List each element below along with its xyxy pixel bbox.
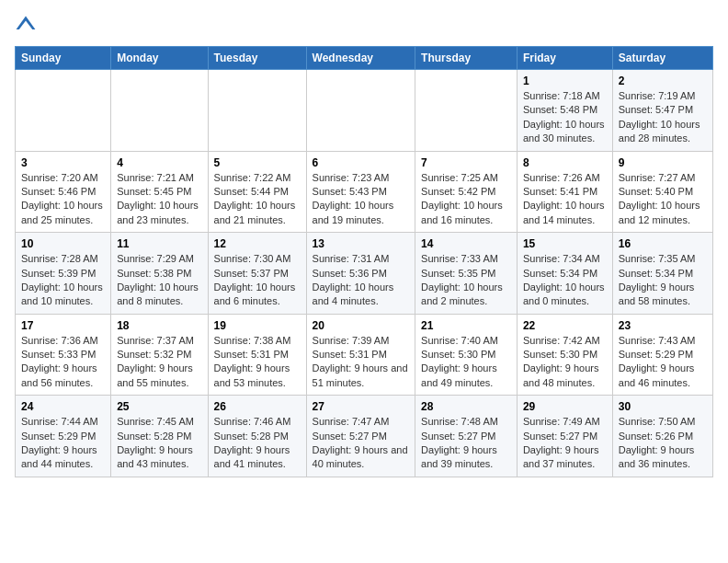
day-cell: 19Sunrise: 7:38 AM Sunset: 5:31 PM Dayli… [208, 314, 306, 396]
day-info: Sunrise: 7:39 AM Sunset: 5:31 PM Dayligh… [313, 334, 410, 391]
day-info: Sunrise: 7:45 AM Sunset: 5:28 PM Dayligh… [117, 415, 201, 472]
day-number: 3 [21, 156, 105, 169]
header [15, 15, 713, 37]
day-number: 28 [421, 400, 511, 413]
day-cell: 11Sunrise: 7:29 AM Sunset: 5:38 PM Dayli… [111, 233, 208, 315]
day-cell: 26Sunrise: 7:46 AM Sunset: 5:28 PM Dayli… [208, 396, 306, 477]
day-cell: 18Sunrise: 7:37 AM Sunset: 5:32 PM Dayli… [111, 314, 208, 396]
calendar-body: 1Sunrise: 7:18 AM Sunset: 5:48 PM Daylig… [16, 70, 713, 477]
day-number: 9 [619, 156, 707, 169]
col-header-friday: Friday [517, 47, 612, 70]
day-number: 21 [421, 319, 511, 332]
day-number: 1 [523, 75, 607, 87]
day-info: Sunrise: 7:37 AM Sunset: 5:32 PM Dayligh… [117, 334, 201, 391]
day-cell [415, 70, 518, 152]
week-row-1: 1Sunrise: 7:18 AM Sunset: 5:48 PM Daylig… [16, 70, 713, 152]
day-number: 7 [421, 156, 511, 169]
day-info: Sunrise: 7:20 AM Sunset: 5:46 PM Dayligh… [21, 171, 105, 228]
day-info: Sunrise: 7:31 AM Sunset: 5:36 PM Dayligh… [313, 252, 410, 309]
day-number: 25 [117, 400, 201, 413]
day-info: Sunrise: 7:47 AM Sunset: 5:27 PM Dayligh… [313, 415, 410, 472]
day-info: Sunrise: 7:46 AM Sunset: 5:28 PM Dayligh… [214, 415, 301, 472]
day-number: 27 [313, 400, 410, 413]
day-cell: 16Sunrise: 7:35 AM Sunset: 5:34 PM Dayli… [612, 233, 712, 315]
day-cell: 8Sunrise: 7:26 AM Sunset: 5:41 PM Daylig… [517, 151, 612, 233]
day-info: Sunrise: 7:25 AM Sunset: 5:42 PM Dayligh… [421, 171, 511, 228]
day-cell: 28Sunrise: 7:48 AM Sunset: 5:27 PM Dayli… [415, 396, 518, 477]
logo-icon [15, 15, 37, 37]
day-number: 22 [523, 319, 607, 332]
day-cell: 20Sunrise: 7:39 AM Sunset: 5:31 PM Dayli… [306, 314, 415, 396]
day-number: 4 [117, 156, 201, 169]
day-number: 16 [619, 237, 707, 250]
day-cell [111, 70, 208, 152]
day-info: Sunrise: 7:33 AM Sunset: 5:35 PM Dayligh… [421, 252, 511, 309]
week-row-4: 17Sunrise: 7:36 AM Sunset: 5:33 PM Dayli… [16, 314, 713, 396]
week-row-2: 3Sunrise: 7:20 AM Sunset: 5:46 PM Daylig… [16, 151, 713, 233]
day-cell: 5Sunrise: 7:22 AM Sunset: 5:44 PM Daylig… [208, 151, 306, 233]
day-number: 14 [421, 237, 511, 250]
day-number: 19 [214, 319, 301, 332]
day-cell [208, 70, 306, 152]
day-cell: 1Sunrise: 7:18 AM Sunset: 5:48 PM Daylig… [517, 70, 612, 152]
week-row-5: 24Sunrise: 7:44 AM Sunset: 5:29 PM Dayli… [16, 396, 713, 477]
col-header-monday: Monday [111, 47, 208, 70]
day-cell: 30Sunrise: 7:50 AM Sunset: 5:26 PM Dayli… [612, 396, 712, 477]
day-info: Sunrise: 7:35 AM Sunset: 5:34 PM Dayligh… [619, 252, 707, 309]
day-info: Sunrise: 7:27 AM Sunset: 5:40 PM Dayligh… [619, 171, 707, 228]
day-number: 8 [523, 156, 607, 169]
day-cell: 17Sunrise: 7:36 AM Sunset: 5:33 PM Dayli… [16, 314, 111, 396]
day-number: 2 [619, 75, 707, 87]
day-info: Sunrise: 7:34 AM Sunset: 5:34 PM Dayligh… [523, 252, 607, 309]
day-info: Sunrise: 7:29 AM Sunset: 5:38 PM Dayligh… [117, 252, 201, 309]
day-cell: 4Sunrise: 7:21 AM Sunset: 5:45 PM Daylig… [111, 151, 208, 233]
week-row-3: 10Sunrise: 7:28 AM Sunset: 5:39 PM Dayli… [16, 233, 713, 315]
day-cell: 14Sunrise: 7:33 AM Sunset: 5:35 PM Dayli… [415, 233, 518, 315]
day-cell [306, 70, 415, 152]
day-number: 20 [313, 319, 410, 332]
day-info: Sunrise: 7:26 AM Sunset: 5:41 PM Dayligh… [523, 171, 607, 228]
day-cell: 21Sunrise: 7:40 AM Sunset: 5:30 PM Dayli… [415, 314, 518, 396]
day-info: Sunrise: 7:42 AM Sunset: 5:30 PM Dayligh… [523, 334, 607, 391]
day-cell: 7Sunrise: 7:25 AM Sunset: 5:42 PM Daylig… [415, 151, 518, 233]
day-number: 13 [313, 237, 410, 250]
day-number: 5 [214, 156, 301, 169]
day-cell: 27Sunrise: 7:47 AM Sunset: 5:27 PM Dayli… [306, 396, 415, 477]
day-cell: 25Sunrise: 7:45 AM Sunset: 5:28 PM Dayli… [111, 396, 208, 477]
day-cell: 12Sunrise: 7:30 AM Sunset: 5:37 PM Dayli… [208, 233, 306, 315]
day-info: Sunrise: 7:18 AM Sunset: 5:48 PM Dayligh… [523, 89, 607, 146]
col-header-saturday: Saturday [612, 47, 712, 70]
day-cell: 24Sunrise: 7:44 AM Sunset: 5:29 PM Dayli… [16, 396, 111, 477]
day-number: 11 [117, 237, 201, 250]
day-info: Sunrise: 7:49 AM Sunset: 5:27 PM Dayligh… [523, 415, 607, 472]
day-cell: 3Sunrise: 7:20 AM Sunset: 5:46 PM Daylig… [16, 151, 111, 233]
day-cell: 10Sunrise: 7:28 AM Sunset: 5:39 PM Dayli… [16, 233, 111, 315]
calendar-header-row: SundayMondayTuesdayWednesdayThursdayFrid… [16, 47, 713, 70]
day-info: Sunrise: 7:30 AM Sunset: 5:37 PM Dayligh… [214, 252, 301, 309]
day-info: Sunrise: 7:50 AM Sunset: 5:26 PM Dayligh… [619, 415, 707, 472]
day-cell: 9Sunrise: 7:27 AM Sunset: 5:40 PM Daylig… [612, 151, 712, 233]
col-header-tuesday: Tuesday [208, 47, 306, 70]
logo [15, 15, 40, 37]
day-info: Sunrise: 7:21 AM Sunset: 5:45 PM Dayligh… [117, 171, 201, 228]
day-info: Sunrise: 7:19 AM Sunset: 5:47 PM Dayligh… [619, 89, 707, 146]
day-cell: 22Sunrise: 7:42 AM Sunset: 5:30 PM Dayli… [517, 314, 612, 396]
col-header-thursday: Thursday [415, 47, 518, 70]
day-info: Sunrise: 7:38 AM Sunset: 5:31 PM Dayligh… [214, 334, 301, 391]
day-cell [16, 70, 111, 152]
day-info: Sunrise: 7:36 AM Sunset: 5:33 PM Dayligh… [21, 334, 105, 391]
day-number: 29 [523, 400, 607, 413]
day-number: 10 [21, 237, 105, 250]
day-info: Sunrise: 7:48 AM Sunset: 5:27 PM Dayligh… [421, 415, 511, 472]
day-number: 24 [21, 400, 105, 413]
day-cell: 13Sunrise: 7:31 AM Sunset: 5:36 PM Dayli… [306, 233, 415, 315]
day-info: Sunrise: 7:23 AM Sunset: 5:43 PM Dayligh… [313, 171, 410, 228]
day-number: 17 [21, 319, 105, 332]
day-number: 12 [214, 237, 301, 250]
day-info: Sunrise: 7:44 AM Sunset: 5:29 PM Dayligh… [21, 415, 105, 472]
day-cell: 29Sunrise: 7:49 AM Sunset: 5:27 PM Dayli… [517, 396, 612, 477]
day-info: Sunrise: 7:22 AM Sunset: 5:44 PM Dayligh… [214, 171, 301, 228]
day-number: 18 [117, 319, 201, 332]
day-number: 23 [619, 319, 707, 332]
day-info: Sunrise: 7:40 AM Sunset: 5:30 PM Dayligh… [421, 334, 511, 391]
